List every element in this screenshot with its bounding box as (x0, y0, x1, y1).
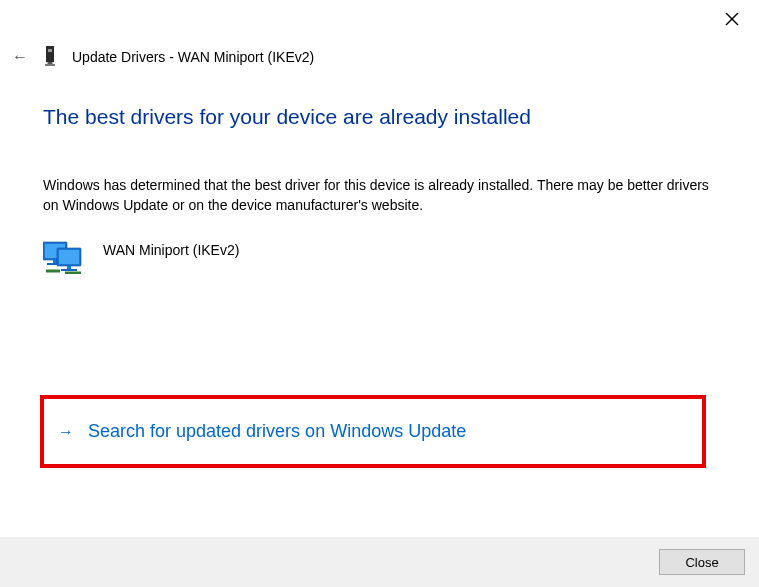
svg-rect-2 (46, 46, 54, 62)
dialog-header: ← Update Drivers - WAN Miniport (IKEv2) (12, 46, 314, 68)
svg-rect-11 (59, 250, 79, 264)
device-name: WAN Miniport (IKEv2) (103, 240, 239, 258)
device-row: WAN Miniport (IKEv2) (43, 240, 719, 277)
svg-rect-8 (53, 260, 57, 263)
back-arrow-icon[interactable]: ← (12, 48, 28, 66)
status-description: Windows has determined that the best dri… (43, 175, 719, 216)
svg-rect-3 (48, 49, 52, 52)
device-header-icon (44, 46, 56, 68)
dialog-content: The best drivers for your device are alr… (43, 105, 719, 277)
dialog-title: Update Drivers - WAN Miniport (IKEv2) (72, 49, 314, 65)
svg-rect-13 (61, 269, 77, 271)
close-icon[interactable] (725, 12, 739, 26)
dialog-footer: Close (0, 537, 759, 587)
annotation-highlight: → Search for updated drivers on Windows … (40, 395, 706, 468)
arrow-right-icon: → (58, 423, 74, 441)
close-button[interactable]: Close (659, 549, 745, 575)
svg-rect-5 (45, 64, 55, 66)
network-adapter-icon (43, 240, 83, 277)
svg-rect-12 (67, 266, 71, 269)
x-glyph (725, 12, 739, 26)
main-heading: The best drivers for your device are alr… (43, 105, 719, 129)
search-windows-update-link[interactable]: Search for updated drivers on Windows Up… (88, 421, 466, 442)
svg-rect-4 (48, 62, 53, 64)
